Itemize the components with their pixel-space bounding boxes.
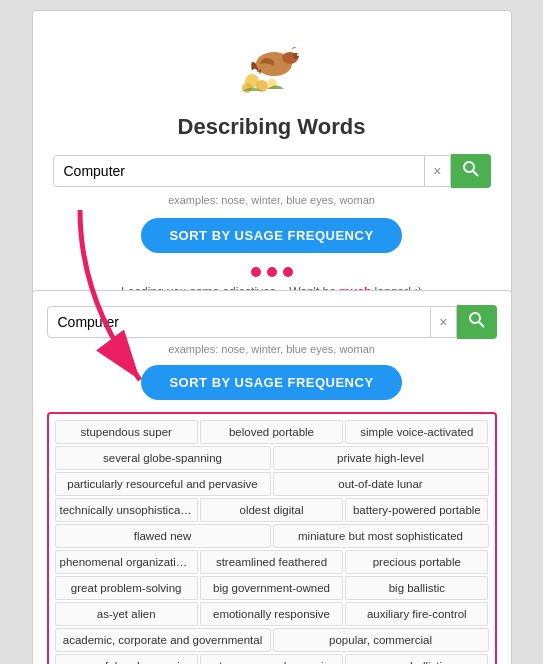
site-title: Describing Words	[53, 114, 491, 140]
result-tag[interactable]: great problem-solving	[55, 576, 198, 600]
result-tag[interactable]: big government-owned	[200, 576, 343, 600]
result-tag[interactable]: beloved portable	[200, 420, 343, 444]
search-button-bottom[interactable]	[457, 305, 497, 339]
result-tag[interactable]: simple voice-activated	[345, 420, 488, 444]
results-row: great problem-solvingbig government-owne…	[55, 576, 489, 600]
arrow-icon	[60, 200, 180, 400]
result-tag[interactable]: emotionally responsive	[200, 602, 343, 626]
clear-button-bottom[interactable]: ×	[431, 306, 456, 338]
result-tag[interactable]: outrageous and annoying	[200, 654, 343, 664]
result-tag[interactable]: academic, corporate and governmental	[55, 628, 271, 652]
result-tag[interactable]: miniature but most sophisticated	[273, 524, 489, 548]
results-row: several globe-spanningprivate high-level	[55, 446, 489, 470]
sort-button-top[interactable]: SORT BY USAGE FREQUENCY	[141, 218, 401, 253]
result-tag[interactable]: popular, commercial	[273, 628, 489, 652]
result-tag[interactable]: out-of-date lunar	[273, 472, 489, 496]
search-button[interactable]	[451, 154, 491, 188]
clear-button[interactable]: ×	[425, 155, 450, 187]
result-tag[interactable]: stupendous super	[55, 420, 198, 444]
result-tag[interactable]: oldest digital	[200, 498, 343, 522]
result-tag[interactable]: big ballistic	[345, 576, 488, 600]
result-tag[interactable]: private high-level	[273, 446, 489, 470]
results-row: stupendous superbeloved portablesimple v…	[55, 420, 489, 444]
svg-point-11	[470, 313, 480, 323]
svg-point-3	[297, 54, 299, 56]
result-tag[interactable]: auxiliary fire-control	[345, 602, 488, 626]
arrow-container	[60, 200, 180, 404]
result-tag[interactable]: flawed new	[55, 524, 271, 548]
results-row: academic, corporate and governmentalpopu…	[55, 628, 489, 652]
result-tag[interactable]: phenomenal organizational	[55, 550, 198, 574]
svg-point-2	[293, 53, 299, 59]
results-grid: stupendous superbeloved portablesimple v…	[47, 412, 497, 664]
dot-3	[283, 267, 293, 277]
result-tag[interactable]: resourceful and pervasive	[55, 654, 198, 664]
search-icon	[463, 161, 479, 177]
result-tag[interactable]: several globe-spanning	[55, 446, 271, 470]
result-tag[interactable]: technically unsophisticated	[55, 498, 198, 522]
result-tag[interactable]: streamlined feathered	[200, 550, 343, 574]
results-row: as-yet alienemotionally responsiveauxili…	[55, 602, 489, 626]
svg-point-8	[464, 162, 474, 172]
result-tag[interactable]: new ballistic	[345, 654, 488, 664]
result-tag[interactable]: battery-powered portable	[345, 498, 488, 522]
dot-1	[251, 267, 261, 277]
dot-2	[267, 267, 277, 277]
result-tag[interactable]: particularly resourceful and pervasive	[55, 472, 271, 496]
results-row: resourceful and pervasiveoutrageous and …	[55, 654, 489, 664]
svg-line-9	[473, 171, 478, 176]
results-row: flawed newminiature but most sophisticat…	[55, 524, 489, 548]
search-bar: ×	[53, 154, 491, 188]
search-icon-bottom	[469, 312, 485, 328]
results-row: phenomenal organizationalstreamlined fea…	[55, 550, 489, 574]
results-row: technically unsophisticatedoldest digita…	[55, 498, 489, 522]
sort-button-bottom[interactable]: SORT BY USAGE FREQUENCY	[141, 365, 401, 400]
result-tag[interactable]: as-yet alien	[55, 602, 198, 626]
svg-line-12	[479, 322, 484, 327]
search-input[interactable]	[53, 155, 426, 187]
result-tag[interactable]: precious portable	[345, 550, 488, 574]
bird-illustration	[222, 26, 322, 106]
results-row: particularly resourceful and pervasiveou…	[55, 472, 489, 496]
